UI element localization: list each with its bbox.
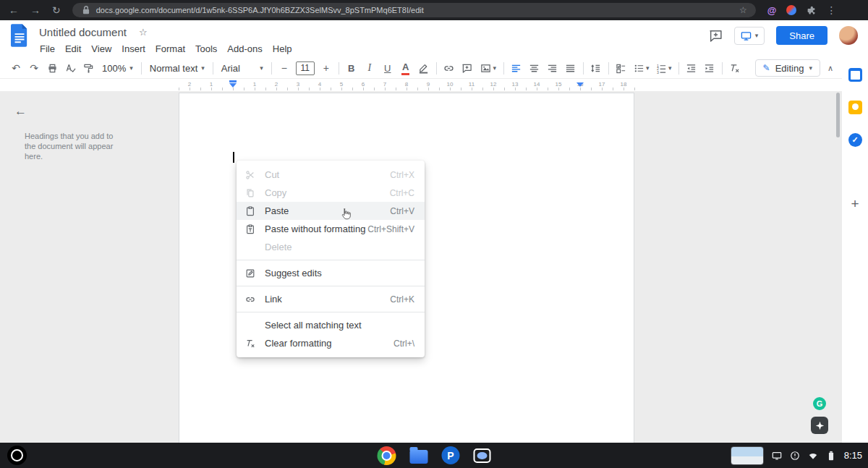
menu-item-label: Link	[265, 294, 390, 305]
numbered-list-button[interactable]: 123 ▾	[653, 59, 675, 77]
font-dropdown[interactable]: Arial ▾	[217, 59, 268, 77]
context-menu-item-select-all-matching-text[interactable]: Select all matching text	[237, 316, 425, 334]
account-avatar[interactable]	[839, 26, 858, 45]
clear-formatting-button[interactable]	[726, 59, 744, 77]
increase-indent-button[interactable]	[701, 59, 718, 77]
redo-button[interactable]: ↷	[25, 59, 43, 77]
menu-tools[interactable]: Tools	[190, 42, 222, 56]
profile-icon[interactable]	[786, 5, 796, 15]
screen-capture-icon[interactable]	[474, 448, 491, 463]
calendar-icon[interactable]	[848, 68, 862, 82]
explore-button[interactable]	[811, 417, 828, 434]
forward-icon[interactable]: →	[30, 5, 41, 15]
context-menu-item-link[interactable]: LinkCtrl+K	[237, 290, 425, 308]
line-spacing-button[interactable]	[587, 59, 605, 77]
left-indent-marker[interactable]	[229, 80, 237, 88]
context-menu-item-paste[interactable]: PasteCtrl+V	[237, 202, 425, 220]
star-document-icon[interactable]: ☆	[139, 27, 148, 38]
align-center-button[interactable]	[526, 59, 543, 77]
clipboard-t-icon	[245, 224, 265, 234]
close-outline-icon[interactable]: ←	[14, 104, 27, 119]
italic-button[interactable]: I	[361, 59, 378, 77]
pip-preview[interactable]	[731, 446, 764, 465]
ruler-number: 8	[405, 81, 408, 88]
menu-add-ons[interactable]: Add-ons	[222, 42, 267, 56]
underline-button[interactable]: U	[379, 59, 396, 77]
decrease-indent-button[interactable]	[683, 59, 700, 77]
reload-icon[interactable]: ↻	[52, 5, 61, 15]
checklist-button[interactable]	[613, 59, 630, 77]
copy-icon	[245, 188, 265, 198]
spellcheck-button[interactable]	[61, 59, 79, 77]
ruler-number: 10	[447, 81, 454, 88]
comment-history-icon[interactable]	[709, 29, 723, 43]
toolbar-right: ✎ Editing ▾ ∧	[755, 59, 833, 77]
align-left-button[interactable]	[508, 59, 525, 77]
menu-file[interactable]: File	[35, 42, 60, 56]
text-caret	[233, 152, 234, 163]
print-button[interactable]	[43, 59, 61, 77]
menu-insert[interactable]: Insert	[116, 42, 150, 56]
vertical-scrollbar[interactable]	[836, 93, 840, 137]
p-app-icon[interactable]: P	[442, 446, 460, 464]
context-menu-item-clear-formatting[interactable]: Clear formattingCtrl+\	[237, 334, 425, 352]
insert-comment-button[interactable]	[459, 59, 476, 77]
present-button[interactable]: ▾	[734, 27, 765, 45]
docs-toolbar: ↶ ↷ 100% ▾ Normal text ▾ Arial ▾ − 11 + …	[0, 58, 842, 79]
right-indent-marker[interactable]	[576, 82, 584, 87]
browser-menu-icon[interactable]: ⋮	[826, 5, 836, 15]
context-menu: CutCtrl+XCopyCtrl+CPasteCtrl+VPaste with…	[237, 161, 425, 357]
insert-image-button[interactable]: ▾	[477, 59, 500, 77]
insert-link-button[interactable]	[441, 59, 458, 77]
document-title[interactable]: Untitled document	[39, 26, 127, 38]
mode-value: Editing	[775, 63, 804, 74]
menu-divider	[237, 260, 425, 260]
highlight-color-button[interactable]	[415, 59, 433, 77]
menu-edit[interactable]: Edit	[60, 42, 86, 56]
extensions-icon[interactable]	[807, 6, 816, 15]
context-menu-item-suggest-edits[interactable]: Suggest edits	[237, 264, 425, 282]
align-right-button[interactable]	[544, 59, 561, 77]
browser-toolbar: ← → ↻ docs.google.com/document/d/1w5nk-6…	[0, 0, 868, 20]
keep-icon[interactable]	[848, 101, 862, 114]
address-bar[interactable]: docs.google.com/document/d/1w5nk-6SSP6A.…	[72, 3, 756, 17]
increase-font-size-button[interactable]: +	[318, 59, 335, 77]
tasks-icon[interactable]: ✓	[848, 133, 862, 147]
paint-format-button[interactable]	[80, 59, 97, 77]
bold-button[interactable]: B	[343, 59, 360, 77]
ruler-number: 9	[427, 81, 430, 88]
plus-icon[interactable]: +	[851, 196, 859, 212]
bullet-list-button[interactable]: ▾	[631, 59, 652, 77]
browser-actions: @ ⋮	[767, 5, 837, 16]
at-extension-icon[interactable]: @	[767, 5, 777, 16]
ruler-number: 2	[188, 81, 191, 88]
ruler-number: 17	[599, 81, 605, 88]
zoom-dropdown[interactable]: 100% ▾	[98, 59, 137, 77]
ruler-number: 1	[210, 81, 213, 88]
context-menu-item-paste-without-formatting[interactable]: Paste without formattingCtrl+Shift+V	[237, 220, 425, 238]
menu-help[interactable]: Help	[268, 42, 297, 56]
decrease-font-size-button[interactable]: −	[276, 59, 293, 77]
back-icon[interactable]: ←	[9, 5, 19, 15]
text-color-button[interactable]: A	[397, 59, 414, 77]
status-tray[interactable]: 8:15	[731, 443, 862, 468]
grammarly-icon[interactable]: G	[813, 397, 826, 410]
align-justify-button[interactable]	[562, 59, 579, 77]
menu-view[interactable]: View	[86, 42, 116, 56]
editing-mode-button[interactable]: ✎ Editing ▾	[755, 59, 820, 77]
styles-dropdown[interactable]: Normal text ▾	[145, 59, 209, 77]
menu-item-label: Paste	[265, 205, 390, 216]
share-button[interactable]: Share	[776, 26, 827, 45]
bookmark-star-icon[interactable]: ☆	[739, 5, 747, 15]
menu-format[interactable]: Format	[150, 42, 190, 56]
collapse-toolbar-icon[interactable]: ∧	[827, 64, 833, 73]
undo-button[interactable]: ↶	[7, 59, 25, 77]
workspace: ← Headings that you add to the document …	[0, 91, 842, 443]
files-icon[interactable]	[410, 450, 428, 464]
font-size-input[interactable]: 11	[296, 61, 315, 75]
explore-star-icon	[815, 421, 825, 430]
launcher-button[interactable]	[7, 446, 27, 465]
chrome-icon[interactable]	[378, 446, 396, 465]
menu-item-label: Clear formatting	[265, 338, 393, 349]
docs-logo-icon[interactable]	[11, 24, 28, 47]
